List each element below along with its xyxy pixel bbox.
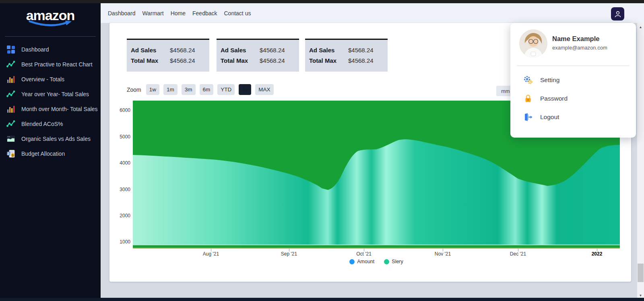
line-chart-icon [6,120,16,128]
budget-doc-icon: $ [6,149,16,158]
nav-link-warmart[interactable]: Warmart [142,10,164,16]
sidebar-item-label: Best Practive to React Chart [21,61,93,68]
stat-label: Ad Sales [131,47,170,54]
stat-label: Total Max [309,57,348,64]
stat-label: Total Max [131,57,170,64]
legend-label: Slery [392,259,403,264]
zoom-button-max[interactable]: MAX [255,84,273,95]
sidebar-item-label: Organic Sales vs Ads Sales [21,136,91,142]
zoom-button-1m[interactable]: 1m [163,84,178,95]
y-axis-tick-5000: 5000 [109,134,130,140]
scrollbar-up-arrow[interactable]: ▲ [637,24,644,30]
menu-item-setting[interactable]: Setting [510,73,636,87]
slery-area-bottom-edge [133,245,620,245]
stat-card-2: Ad Sales $4568.24 Total Max $4568.24 [217,39,299,72]
stat-row: Total Max $4568.24 [131,55,205,66]
zoom-button-1w[interactable]: 1w [146,84,159,95]
sidebar-divider [5,36,96,37]
menu-item-label: Password [540,95,568,102]
stat-card-1: Ad Sales $4568.24 Total Max $4568.24 [127,39,209,72]
user-menu-button[interactable] [611,7,624,21]
stat-card-3: Ad Sales $4568.24 Total Max $4568.24 [305,39,388,72]
sidebar-item-blended-acos[interactable]: Blended ACoS% [0,116,101,131]
nav-links: Dashboard Warmart Home Feedback Contact … [108,3,251,23]
dropdown-divider [517,66,630,66]
nav-link-feedback[interactable]: Feedback [192,10,217,16]
stat-row: Ad Sales $4568.24 [221,45,295,55]
y-axis-tick-1000: 1000 [109,239,130,245]
stat-row: Total Max $4568.24 [309,55,384,66]
stat-value: $4568.24 [260,47,285,54]
zoom-label: Zoom [127,87,141,93]
amazon-logo-text: amazon [0,8,101,23]
sidebar-item-month-over-month[interactable]: Month over Month- Total Sales [0,101,101,116]
person-icon [613,10,622,19]
zoom-button-6m[interactable]: 6m [200,84,214,95]
sidebar-item-year-over-year[interactable]: Year over Year- Total Sales [0,87,101,101]
user-email: example@amazon.com [552,45,607,51]
legend-item-slery[interactable]: Slery [384,259,403,264]
lock-icon [523,94,533,103]
stat-label: Total Max [221,57,260,64]
y-axis-tick-6000: 6000 [109,107,130,113]
sidebar-item-label: Blended ACoS% [21,121,63,127]
y-axis-tick-4000: 4000 [109,160,130,166]
vertical-scrollbar[interactable]: ▲ ▼ [637,23,644,299]
x-axis-label-nov: Nov '21 [435,251,451,257]
user-name: Name Example [552,35,599,43]
y-axis-tick-2000: 2000 [109,213,130,219]
logout-door-icon [523,112,533,122]
nav-link-contact-us[interactable]: Contact us [224,10,251,16]
area-chart-icon [6,134,16,143]
menu-item-logout[interactable]: Logout [510,110,636,124]
gears-icon [523,75,533,85]
stat-row: Ad Sales $4568.24 [309,45,384,55]
nav-link-home[interactable]: Home [171,10,186,16]
sidebar-item-label: Dashboard [21,46,49,53]
screen: amazon Dashboard Best Practive to React … [0,0,644,301]
amazon-logo[interactable]: amazon [0,8,101,27]
sidebar-item-organic-vs-ads[interactable]: Organic Sales vs Ads Sales [0,131,101,146]
sidebar-item-label: Overview - Totals [21,76,64,82]
sidebar-item-overview-totals[interactable]: Overview - Totals [0,72,101,87]
sidebar-item-label: Year over Year- Total Sales [21,91,89,97]
scrollbar-thumb[interactable] [638,264,644,282]
bar-chart-icon [6,105,16,113]
chart-legend: Amount Slery [133,259,620,264]
user-dropdown-menu: Name Example example@amazon.com Setting [510,23,636,138]
legend-label: Amount [357,259,374,264]
stat-value: $4568.24 [260,57,285,64]
top-navbar: Dashboard Warmart Home Feedback Contact … [101,3,644,23]
zoom-button-3m[interactable]: 3m [182,84,196,95]
x-axis-label-aug: Aug '21 [203,251,219,257]
stat-row: Total Max $4568.24 [221,55,295,66]
legend-item-amount[interactable]: Amount [349,259,374,264]
menu-item-label: Logout [540,113,559,121]
y-axis-tick-3000: 3000 [109,187,130,192]
sidebar-item-best-practive[interactable]: Best Practive to React Chart [0,57,101,72]
bar-chart-icon [6,75,16,84]
stat-label: Ad Sales [221,47,260,54]
stat-label: Ad Sales [309,47,348,54]
dashboard-grid-icon [6,45,16,54]
sidebar: amazon Dashboard Best Practive to React … [0,3,101,298]
stat-value: $4568.24 [348,57,374,64]
sidebar-item-dashboard[interactable]: Dashboard [0,42,101,57]
nav-link-dashboard[interactable]: Dashboard [108,10,136,16]
x-axis-label-2022: 2022 [592,251,603,257]
user-avatar [519,29,547,58]
line-chart-icon [6,90,16,99]
legend-dot-amount [349,259,355,264]
window-top-strip [0,0,644,3]
menu-item-password[interactable]: Password [510,91,636,106]
range-selector: Zoom 1w 1m 3m 6m YTD 1y MAX [127,84,274,95]
window-bottom-strip [0,298,644,301]
sidebar-item-budget-allocation[interactable]: $ Budget Allocation [0,146,101,161]
x-axis-label-oct: Oct '21 [356,251,372,257]
zoom-button-ytd[interactable]: YTD [217,84,235,95]
stat-row: Ad Sales $4568.24 [131,45,205,55]
x-axis-label-dec: Dec '21 [510,251,526,257]
stat-value: $4568.24 [170,57,195,64]
sidebar-item-label: Budget Allocation [21,150,65,157]
zoom-button-1y-selected[interactable]: 1y [239,84,251,95]
